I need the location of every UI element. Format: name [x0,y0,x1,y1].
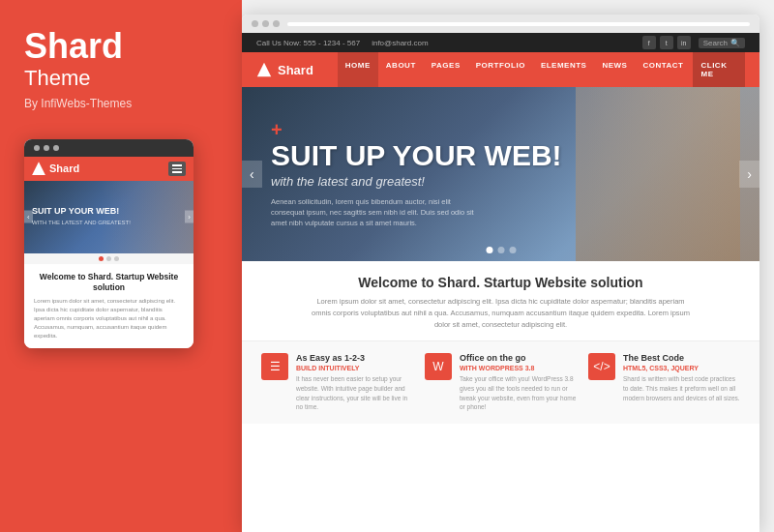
mobile-dot-1 [34,145,40,151]
feature-title-2: Office on the go [460,353,577,363]
feature-item-2: W Office on the go WITH WORDPRESS 3.8 Ta… [425,353,577,412]
mobile-content: Welcome to Shard. Startup Website soluti… [24,264,194,348]
twitter-icon[interactable]: t [660,36,673,49]
feature-text-2: Take your office with you! WordPress 3.8… [460,374,577,412]
site-phone: Call Us Now: 555 - 1234 - 567 [256,39,360,47]
browser-control-dots [252,20,280,27]
mobile-dot-nav-2[interactable] [106,256,111,261]
hero-plus-icon: + [271,120,562,139]
feature-content-2: Office on the go WITH WORDPRESS 3.8 Take… [460,353,577,412]
nav-item-pages[interactable]: PAGES [424,52,468,87]
feature-icon-1: ☰ [261,353,288,380]
mobile-hero: ‹ SUIT UP YOUR WEB! with the latest and … [24,181,194,253]
mobile-hamburger-icon[interactable] [168,162,186,176]
facebook-icon[interactable]: f [642,36,656,49]
browser-dot-2 [262,20,269,27]
hero-dot-2[interactable] [497,247,504,253]
site-logo-icon [256,62,272,77]
brand-title: Shard [24,29,218,64]
feature-item-3: </> The Best Code HTML5, CSS3, JQUERY Sh… [588,353,740,412]
feature-text-1: It has never been easier to setup your w… [296,374,413,412]
feature-content-1: As Easy as 1-2-3 BUILD INTUITIVELY It ha… [296,353,413,412]
hero-title: SUIT UP YOUR WEB! [271,141,562,170]
hero-prev-arrow[interactable]: ‹ [242,161,262,188]
hero-dot-1[interactable] [486,247,492,253]
hero-description: Aenean sollicitudin, lorem quis bibendum… [271,196,484,229]
site-topbar-left: Call Us Now: 555 - 1234 - 567 info@shard… [256,39,429,47]
mobile-prev-arrow[interactable]: ‹ [24,211,33,223]
site-nav-items: HOME ABOUT PAGES PORTFOLIO ELEMENTS NEWS… [338,52,745,87]
mobile-welcome-title: Welcome to Shard. Startup Website soluti… [34,272,184,293]
hero-next-arrow[interactable]: › [739,161,759,188]
nav-item-portfolio[interactable]: PORTFOLIO [468,52,533,87]
mobile-next-arrow[interactable]: › [185,211,194,223]
site-welcome-section: Welcome to Shard. Startup Website soluti… [242,261,759,340]
site-hero: ‹ + SUIT UP YOUR WEB! with the latest an… [242,87,759,261]
browser-dot-1 [252,20,258,27]
feature-icon-2: W [425,353,452,380]
nav-item-contact[interactable]: CONTACT [635,52,691,87]
brand-by: By InfiWebs-Themes [24,97,218,110]
feature-subtitle-3: HTML5, CSS3, JQUERY [623,365,740,371]
hero-dot-3[interactable] [509,247,516,253]
feature-subtitle-2: WITH WORDPRESS 3.8 [460,365,577,371]
site-email: info@shard.com [372,39,428,47]
mobile-logo-text: Shard [49,163,79,174]
mobile-nav-bar: Shard [24,157,194,181]
feature-subtitle-1: BUILD INTUITIVELY [296,365,413,371]
mobile-logo-area: Shard [32,162,79,175]
right-panel: Call Us Now: 555 - 1234 - 567 info@shard… [242,0,774,532]
browser-window: Call Us Now: 555 - 1234 - 567 info@shard… [242,15,759,532]
browser-dot-3 [273,20,280,27]
mobile-hero-text: SUIT UP YOUR WEB! with the latest and gr… [24,206,138,227]
brand-subtitle: Theme [24,66,218,91]
mobile-slider-dots [24,253,194,264]
site-navbar: Shard HOME ABOUT PAGES PORTFOLIO ELEMENT… [242,52,759,87]
site-logo-text: Shard [278,63,313,77]
mobile-logo-icon [32,162,45,175]
browser-chrome [242,15,759,33]
nav-item-news[interactable]: NEWS [594,52,635,87]
browser-address-bar[interactable] [287,22,750,26]
linkedin-icon[interactable]: in [677,36,691,49]
site-topbar-right: f t in Search 🔍 [642,36,745,49]
mobile-welcome-text: Lorem ipsum dolor sit amet, consectetur … [34,297,184,340]
site-logo-area: Shard [256,55,328,84]
feature-content-3: The Best Code HTML5, CSS3, JQUERY Shard … [623,353,740,402]
feature-title-3: The Best Code [623,353,740,363]
nav-item-elements[interactable]: ELEMENTS [533,52,595,87]
mobile-mockup: Shard ‹ SUIT UP YOUR WEB! with the lates… [24,139,194,348]
left-panel: Shard Theme By InfiWebs-Themes Shard ‹ S… [0,0,242,532]
hero-content: + SUIT UP YOUR WEB! with the latest and … [242,120,591,229]
hero-slider-dots [486,247,516,253]
hero-person-silhouette [576,87,759,261]
search-icon[interactable]: 🔍 [730,39,740,47]
search-box[interactable]: Search 🔍 [699,38,745,48]
welcome-text: Lorem ipsum dolor sit amet, consectetur … [308,296,695,331]
nav-item-about[interactable]: ABOUT [378,52,424,87]
nav-item-home[interactable]: HOME [338,52,378,87]
mobile-dot-3 [53,145,59,151]
mobile-dot-nav-3[interactable] [114,256,119,261]
feature-item-1: ☰ As Easy as 1-2-3 BUILD INTUITIVELY It … [261,353,413,412]
feature-icon-3: </> [588,353,615,380]
site-social-icons: f t in [642,36,691,49]
nav-item-clickme[interactable]: CLICK ME [693,52,745,87]
site-topbar: Call Us Now: 555 - 1234 - 567 info@shard… [242,33,759,52]
search-input[interactable]: Search [703,39,728,47]
mobile-dot-2 [44,145,49,151]
mobile-dot-nav-1[interactable] [99,256,104,261]
mobile-top-bar [24,139,194,157]
feature-text-3: Shard is written with best code practice… [623,374,740,402]
site-features-section: ☰ As Easy as 1-2-3 BUILD INTUITIVELY It … [242,340,759,424]
hero-subtitle: with the latest and greatest! [271,174,562,189]
feature-title-1: As Easy as 1-2-3 [296,353,413,363]
welcome-title: Welcome to Shard. Startup Website soluti… [261,275,740,290]
